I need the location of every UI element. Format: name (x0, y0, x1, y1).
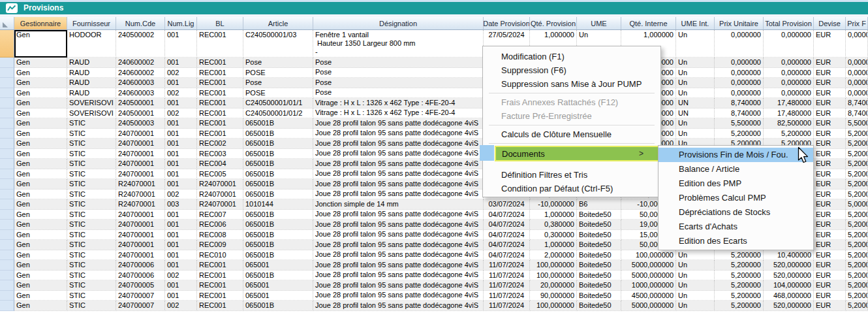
grid-cell[interactable]: 82,500000 (764, 118, 814, 129)
column-header-bl[interactable]: BL (197, 17, 243, 29)
grid-cell[interactable]: 240600002 (116, 58, 165, 68)
grid-cell[interactable]: 17,480000 (764, 98, 814, 108)
grid-cell[interactable]: 5,200000 (846, 190, 868, 200)
column-header-date-provision[interactable]: Date Provision (484, 17, 530, 29)
grid-cell[interactable]: 04/07/2024 (484, 220, 530, 230)
grid-cell[interactable]: SOVERISOVI (67, 98, 116, 108)
grid-cell[interactable]: 5,200000 (846, 179, 868, 190)
grid-cell[interactable]: Gen (14, 210, 67, 220)
grid-cell[interactable]: 240700005 (116, 280, 165, 291)
grid-cell[interactable]: Pose (243, 78, 313, 88)
grid-cell[interactable]: 065001B (243, 301, 313, 311)
grid-cell[interactable]: REC005 (197, 169, 243, 180)
grid-cell[interactable]: Un (676, 68, 715, 78)
grid-cell[interactable]: STIC (67, 240, 116, 250)
grid-cell[interactable]: REC002 (197, 139, 243, 149)
grid-cell[interactable]: 065001B (243, 190, 313, 200)
grid-cell[interactable]: 065001B (243, 118, 313, 129)
grid-cell[interactable]: 065001 (243, 260, 313, 271)
column-header-num-cde[interactable]: Num.Cde (116, 17, 165, 29)
row-selector[interactable] (0, 250, 14, 261)
grid-cell[interactable]: Un (676, 78, 715, 88)
grid-cell[interactable]: Gen (14, 199, 67, 210)
grid-cell[interactable]: 001 (165, 118, 197, 129)
grid-cell[interactable]: 5,200000 (846, 210, 868, 220)
grid-cell[interactable]: STIC (67, 149, 116, 159)
grid-cell[interactable]: REC008 (197, 230, 243, 241)
grid-cell[interactable]: 5,200000 (846, 149, 868, 159)
grid-cell[interactable]: 0,000000 (846, 58, 868, 68)
grid-cell[interactable]: STIC (67, 199, 116, 210)
grid-cell[interactable]: EUR (814, 301, 846, 311)
grid-cell[interactable]: Gen (14, 169, 67, 180)
grid-cell[interactable]: 11/07/2024 (484, 280, 530, 291)
grid-cell[interactable]: C240500001/01/1 (243, 98, 313, 108)
select-all-corner[interactable] (0, 17, 14, 29)
grid-cell[interactable]: Joue 28 profil talon 95 sans patte dodéc… (313, 280, 484, 291)
grid-cell[interactable]: STIC (67, 280, 116, 291)
grid-cell[interactable]: EUR (814, 179, 846, 190)
grid-cell[interactable]: REC001 (197, 280, 243, 291)
grid-cell[interactable]: 1000,000000 (621, 280, 676, 291)
grid-cell[interactable]: 468,000000 (764, 291, 814, 301)
grid-cell[interactable]: 0,380000 (530, 220, 577, 230)
grid-cell[interactable]: 001 (165, 179, 197, 190)
grid-cell[interactable]: Joue 28 profil talon 95 sans patte dodéc… (313, 139, 484, 149)
grid-cell[interactable]: 240700001 (116, 230, 165, 241)
grid-cell[interactable]: 065001 (243, 280, 313, 291)
submenu-item-ecarts-d-achats[interactable]: Ecarts d'Achats (659, 220, 813, 234)
grid-cell[interactable]: EUR (814, 88, 846, 99)
grid-cell[interactable]: STIC (67, 129, 116, 139)
grid-cell[interactable]: 0,000000 (764, 30, 814, 58)
grid-cell[interactable]: REC001 (197, 108, 243, 119)
grid-cell[interactable]: Un (676, 58, 715, 68)
submenu-item-provisions-fin-de-mois-fou-[interactable]: Provisions Fin de Mois / Fou. (659, 148, 813, 162)
grid-cell[interactable]: R24070001 (197, 190, 243, 200)
grid-cell[interactable]: 002 (165, 301, 197, 311)
grid-cell[interactable]: REC001 (197, 88, 243, 99)
column-header-num-lig[interactable]: Num.Lig (165, 17, 197, 29)
grid-cell[interactable]: EUR (814, 190, 846, 200)
grid-cell[interactable]: REC001 (197, 129, 243, 139)
grid-cell[interactable]: 5,200000 (846, 129, 868, 139)
grid-cell[interactable]: 03/07/2024 (484, 199, 530, 210)
grid-cell[interactable]: Gen (14, 179, 67, 190)
grid-cell[interactable]: 001 (165, 58, 197, 68)
grid-cell[interactable]: 5,200000 (846, 301, 868, 311)
grid-cell[interactable]: Boitede50 (577, 220, 621, 230)
grid-cell[interactable]: Boitede50 (577, 230, 621, 241)
grid-cell[interactable]: EUR (814, 260, 846, 271)
grid-cell[interactable]: RAUD (67, 58, 116, 68)
grid-cell[interactable]: Vitrage : H x L : 1326 x 462 Type : 4FE-… (313, 98, 484, 108)
row-selector[interactable] (0, 291, 14, 301)
row-selector[interactable] (0, 230, 14, 241)
row-selector[interactable] (0, 260, 14, 271)
grid-cell[interactable]: Boitede50 (577, 271, 621, 281)
grid-cell[interactable]: 8,740000 (846, 108, 868, 119)
grid-cell[interactable]: -10,000000 (530, 199, 577, 210)
column-header-total-provision[interactable]: Total Provision (764, 17, 814, 29)
grid-cell[interactable]: 5,200000 (715, 260, 764, 271)
grid-cell[interactable]: 065001 (243, 291, 313, 301)
grid-cell[interactable]: EUR (814, 108, 846, 119)
grid-cell[interactable]: 240700007 (116, 291, 165, 301)
grid-cell[interactable]: EUR (814, 169, 846, 180)
grid-cell[interactable]: 240700006 (116, 260, 165, 271)
submenu-item-edition-des-pmp[interactable]: Edition des PMP (659, 176, 813, 191)
grid-cell[interactable]: Jonction simple de 14 mm (313, 199, 484, 210)
grid-cell[interactable]: Pose (313, 88, 484, 99)
grid-cell[interactable]: 5,200000 (715, 291, 764, 301)
grid-cell[interactable]: Gen (14, 30, 67, 58)
grid-cell[interactable]: Gen (14, 78, 67, 88)
grid-cell[interactable]: REC001 (197, 291, 243, 301)
grid-cell[interactable]: REC001 (197, 78, 243, 88)
grid-cell[interactable]: STIC (67, 179, 116, 190)
grid-cell[interactable]: REC009 (197, 240, 243, 250)
grid-cell[interactable]: Gen (14, 68, 67, 78)
column-header-d-signation[interactable]: Désignation (313, 17, 484, 29)
grid-cell[interactable]: EUR (814, 98, 846, 108)
grid-cell[interactable]: 04/07/2024 (484, 250, 530, 261)
grid-cell[interactable]: Joue 28 profil talon 95 sans patte dodéc… (313, 149, 484, 159)
grid-cell[interactable]: 0,000000 (764, 78, 814, 88)
grid-cell[interactable]: 0,000000 (846, 30, 868, 58)
